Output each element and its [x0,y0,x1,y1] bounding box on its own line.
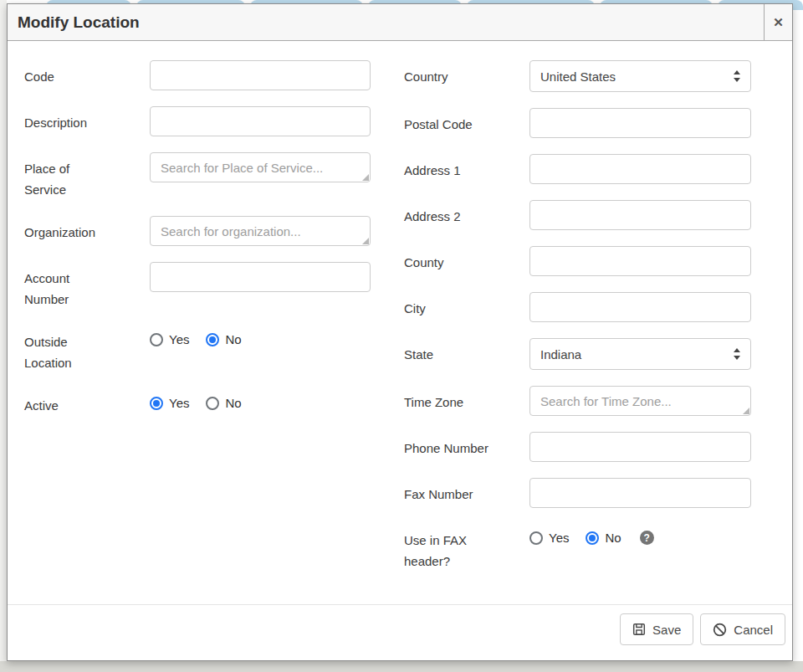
county-input[interactable] [529,246,751,276]
active-radio-group: Yes No [150,389,258,410]
radio-label-yes: Yes [549,531,569,545]
save-button[interactable]: Save [620,613,693,645]
active-no-radio[interactable]: No [206,396,241,410]
account-number-row: Account Number [24,262,371,310]
address1-label: Address 1 [404,154,529,181]
radio-checked-icon [206,333,219,346]
resize-grip-icon [362,238,369,244]
place-of-service-row: Place of Service [24,152,371,200]
cancel-button-label: Cancel [734,623,773,637]
fax-number-label: Fax Number [404,478,529,505]
address1-input[interactable] [529,154,751,184]
close-icon: ✕ [773,15,784,30]
radio-label-yes: Yes [169,396,189,410]
postal-code-input[interactable] [529,108,751,138]
description-label: Description [24,106,150,133]
outside-location-radio-group: Yes No [150,326,258,346]
address2-label: Address 2 [404,200,529,227]
country-selected-value: United States [540,69,616,84]
county-label: County [404,246,529,273]
outside-location-yes-radio[interactable]: Yes [150,332,189,346]
dialog-body: Code Description Place of Service [8,41,792,604]
state-label: State [404,338,529,365]
state-selected-value: Indiana [540,347,581,362]
country-select[interactable]: United States [529,60,751,92]
radio-checked-icon [586,531,599,545]
use-in-fax-header-row: Use in FAX header? Yes No ? [404,524,751,572]
code-row: Code [24,60,371,90]
country-row: Country United States [404,60,751,92]
dialog-header: Modify Location ✕ [8,4,792,41]
address2-row: Address 2 [404,200,751,230]
close-button[interactable]: ✕ [764,4,792,40]
select-arrows-icon [732,69,742,83]
radio-label-no: No [605,531,621,545]
time-zone-label: Time Zone [404,386,529,413]
modify-location-dialog: Modify Location ✕ Code Description Place… [7,3,793,661]
dialog-title: Modify Location [8,13,764,32]
resize-grip-icon [362,174,369,181]
radio-label-no: No [225,396,241,410]
country-label: Country [404,60,529,87]
county-row: County [404,246,751,276]
use-in-fax-header-radio-group: Yes No ? [529,524,654,545]
radio-unchecked-icon [529,531,543,545]
phone-number-row: Phone Number [404,432,751,462]
radio-label-no: No [225,332,241,346]
time-zone-search-input[interactable] [529,386,751,416]
outside-location-no-radio[interactable]: No [206,332,241,346]
save-icon [632,623,646,636]
place-of-service-label: Place of Service [24,152,150,200]
fax-number-input[interactable] [529,478,751,508]
account-number-label: Account Number [24,262,150,310]
cancel-button[interactable]: Cancel [700,613,785,645]
radio-unchecked-icon [150,333,163,346]
state-row: State Indiana [404,338,751,370]
address1-row: Address 1 [404,154,751,184]
background-bottom-strip [0,661,803,672]
outside-location-row: Outside Location Yes No [24,326,371,373]
city-input[interactable] [529,292,751,322]
code-label: Code [24,60,150,87]
address2-input[interactable] [529,200,751,230]
description-input[interactable] [150,106,371,136]
organization-row: Organization [24,216,371,246]
help-glyph: ? [644,532,650,544]
use-in-fax-header-yes-radio[interactable]: Yes [529,531,569,545]
radio-label-yes: Yes [169,332,189,346]
active-label: Active [24,389,150,416]
radio-unchecked-icon [206,397,219,410]
place-of-service-search-input[interactable] [150,152,371,182]
phone-number-input[interactable] [529,432,751,462]
help-icon[interactable]: ? [640,531,654,545]
use-in-fax-header-label: Use in FAX header? [404,524,529,572]
active-yes-radio[interactable]: Yes [150,396,189,410]
fax-number-row: Fax Number [404,478,751,508]
background-page-sliver [0,0,7,661]
form-column-right: Country United States Postal Code [404,60,751,587]
state-select[interactable]: Indiana [529,338,751,370]
dialog-footer: Save Cancel [8,604,792,660]
resize-grip-icon [743,408,749,414]
active-row: Active Yes No [24,389,371,416]
organization-label: Organization [24,216,150,243]
use-in-fax-header-no-radio[interactable]: No [586,531,621,545]
phone-number-label: Phone Number [404,432,529,459]
time-zone-row: Time Zone [404,386,751,416]
code-input[interactable] [150,60,371,90]
save-button-label: Save [652,623,681,637]
account-number-input[interactable] [150,262,371,292]
form-column-left: Code Description Place of Service [24,60,371,587]
outside-location-label: Outside Location [24,326,150,373]
description-row: Description [24,106,371,136]
radio-checked-icon [150,397,163,410]
cancel-icon [713,623,727,637]
select-arrows-icon [732,347,742,361]
postal-code-row: Postal Code [404,108,751,138]
organization-search-input[interactable] [150,216,371,246]
city-label: City [404,292,529,319]
postal-code-label: Postal Code [404,108,529,135]
city-row: City [404,292,751,322]
